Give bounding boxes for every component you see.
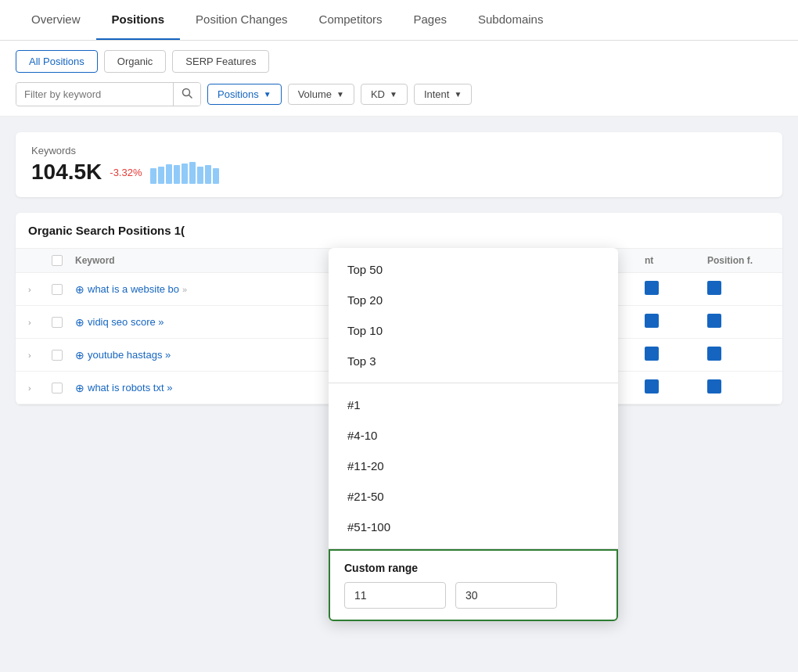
dropdown-item-pos51-100[interactable]: #51-100 <box>329 512 618 542</box>
row-checkbox-2[interactable] <box>52 317 63 328</box>
positions-arrow-icon: ▼ <box>264 90 271 99</box>
keyword-filter-input[interactable] <box>16 84 173 105</box>
intent-icon-3 <box>645 347 659 361</box>
search-icon <box>182 88 192 99</box>
position-icon-2 <box>707 314 721 328</box>
intent-label: Intent <box>424 88 450 100</box>
keywords-number: 104.5K <box>31 160 102 185</box>
kd-arrow-icon: ▼ <box>390 90 397 99</box>
row-intent-3 <box>645 347 707 363</box>
keywords-value: 104.5K -3.32% <box>31 160 767 185</box>
svg-line-1 <box>189 95 192 99</box>
mini-chart <box>150 160 219 184</box>
dropdown-item-pos21-50[interactable]: #21-50 <box>329 481 618 512</box>
dropdown-item-top10[interactable]: Top 10 <box>329 315 618 346</box>
dropdown-item-top50[interactable]: Top 50 <box>329 254 618 285</box>
position-icon-3 <box>707 347 721 361</box>
row-checkbox-4[interactable] <box>52 383 63 393</box>
row-position-1 <box>707 281 770 297</box>
mini-bar-3 <box>166 164 172 184</box>
tab-competitors[interactable]: Competitors <box>304 0 398 40</box>
plus-icon-4: ⊕ <box>75 382 84 394</box>
btn-serp-features[interactable]: SERP Features <box>172 50 269 73</box>
intent-arrow-icon: ▼ <box>454 90 462 99</box>
btn-all-positions[interactable]: All Positions <box>16 50 98 73</box>
row-expand-icon[interactable]: › <box>28 383 52 393</box>
custom-range-inputs <box>344 582 602 609</box>
dropdown-item-pos11-20[interactable]: #11-20 <box>329 451 618 481</box>
positions-label: Positions <box>217 88 259 100</box>
btn-organic[interactable]: Organic <box>104 50 167 73</box>
mini-bar-9 <box>213 168 219 184</box>
row-expand-icon[interactable]: › <box>28 318 52 327</box>
organic-section-title: Organic Search Positions 1( <box>16 213 782 249</box>
mini-bar-7 <box>197 167 203 184</box>
row-intent-2 <box>645 314 707 330</box>
tab-position-changes[interactable]: Position Changes <box>180 0 304 40</box>
dropdown-item-top3[interactable]: Top 3 <box>329 346 618 376</box>
intent-dropdown-trigger[interactable]: Intent ▼ <box>414 84 472 105</box>
col-expand <box>28 255 52 266</box>
filter-row: Positions ▼ Volume ▼ KD ▼ Intent ▼ <box>16 82 782 106</box>
dropdown-section-top: Top 50 Top 20 Top 10 Top 3 <box>329 248 618 383</box>
row-checkbox-3[interactable] <box>52 350 63 361</box>
col-position: Position f. <box>707 255 770 266</box>
keyword-text-2: vidiq seo score » <box>88 316 164 328</box>
volume-label: Volume <box>298 88 332 100</box>
tab-pages[interactable]: Pages <box>397 0 462 40</box>
keywords-change: -3.32% <box>110 167 142 178</box>
row-position-2 <box>707 314 770 330</box>
dropdown-item-top20[interactable]: Top 20 <box>329 285 618 315</box>
kd-label: KD <box>371 88 385 100</box>
col-check <box>52 255 75 266</box>
double-arrows-1: » <box>182 285 187 294</box>
dropdown-item-pos1[interactable]: #1 <box>329 390 618 420</box>
mini-bar-1 <box>150 168 156 184</box>
kd-dropdown-trigger[interactable]: KD ▼ <box>361 84 408 105</box>
custom-range-input-max[interactable] <box>455 582 557 609</box>
custom-range-section: Custom range <box>329 549 618 621</box>
search-button[interactable] <box>173 83 200 106</box>
row-intent-4 <box>645 379 707 396</box>
positions-dropdown-trigger[interactable]: Positions ▼ <box>207 84 282 105</box>
plus-icon-1: ⊕ <box>75 283 84 296</box>
row-position-3 <box>707 347 770 363</box>
volume-dropdown-trigger[interactable]: Volume ▼ <box>288 84 354 105</box>
keywords-card: Keywords 104.5K -3.32% <box>16 132 782 197</box>
positions-dropdown-menu: Top 50 Top 20 Top 10 Top 3 #1 #4-10 #11-… <box>329 248 618 621</box>
content-area: Keywords 104.5K -3.32% Organic <box>0 117 798 420</box>
dropdown-item-pos4-10[interactable]: #4-10 <box>329 420 618 451</box>
position-buttons: All Positions Organic SERP Features <box>16 50 782 73</box>
position-icon-1 <box>707 281 721 295</box>
row-expand-icon[interactable]: › <box>28 350 52 360</box>
plus-icon-2: ⊕ <box>75 316 84 329</box>
intent-icon-4 <box>645 379 659 393</box>
row-checkbox-1[interactable] <box>52 284 63 295</box>
keywords-label: Keywords <box>31 145 767 156</box>
row-expand-icon[interactable]: › <box>28 285 52 294</box>
custom-range-input-min[interactable] <box>344 582 446 609</box>
keyword-filter-wrap <box>16 82 201 106</box>
header-checkbox[interactable] <box>52 255 63 266</box>
position-icon-4 <box>707 379 721 393</box>
tab-nav: Overview Positions Position Changes Comp… <box>0 0 798 41</box>
tab-overview[interactable]: Overview <box>16 0 96 40</box>
mini-bar-4 <box>174 165 180 184</box>
intent-icon-2 <box>645 314 659 328</box>
volume-arrow-icon: ▼ <box>336 90 344 99</box>
filter-section: All Positions Organic SERP Features Posi… <box>0 41 798 117</box>
custom-range-label: Custom range <box>344 562 602 574</box>
mini-bar-2 <box>158 167 164 184</box>
mini-bar-8 <box>205 165 211 184</box>
mini-bar-6 <box>189 162 196 184</box>
dropdown-section-ranges: #1 #4-10 #11-20 #21-50 #51-100 <box>329 383 618 549</box>
row-position-4 <box>707 379 770 396</box>
tab-subdomains[interactable]: Subdomains <box>462 0 559 40</box>
keyword-text-3: youtube hastags » <box>88 349 171 361</box>
plus-icon-3: ⊕ <box>75 349 84 361</box>
tab-positions[interactable]: Positions <box>96 0 181 40</box>
intent-icon-1 <box>645 281 659 295</box>
main-container: Overview Positions Position Changes Comp… <box>0 0 798 672</box>
keyword-text-4: what is robots txt » <box>88 382 172 393</box>
col-intent: nt <box>645 255 707 266</box>
